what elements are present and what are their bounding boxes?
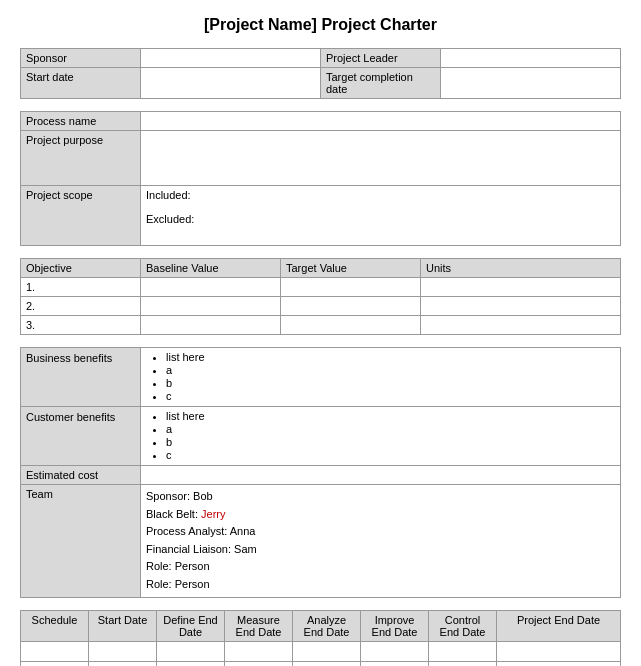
obj-row-1-label: 1. — [21, 278, 141, 297]
obj-row-1-baseline[interactable] — [141, 278, 281, 297]
schedule-row-2-schedule[interactable] — [21, 661, 89, 666]
team-jerry: Jerry — [201, 508, 225, 520]
business-benefits-list: list here a b c — [146, 351, 615, 402]
scope-included: Included: — [146, 189, 615, 201]
obj-row-1-target[interactable] — [281, 278, 421, 297]
list-item: c — [166, 390, 615, 402]
schedule-row-1-schedule[interactable] — [21, 641, 89, 661]
schedule-row-2-start[interactable] — [89, 661, 157, 666]
schedule-row-2-measure[interactable] — [225, 661, 293, 666]
schedule-row-2-analyze[interactable] — [293, 661, 361, 666]
project-scope-value[interactable]: Included: Excluded: — [141, 186, 621, 246]
schedule-row-1-start[interactable] — [89, 641, 157, 661]
project-purpose-label: Project purpose — [21, 131, 141, 186]
col-improve-end: Improve End Date — [361, 610, 429, 641]
obj-row-2-baseline[interactable] — [141, 297, 281, 316]
schedule-row-2-improve[interactable] — [361, 661, 429, 666]
schedule-row-2-define[interactable] — [157, 661, 225, 666]
schedule-row-1-measure[interactable] — [225, 641, 293, 661]
process-name-value[interactable] — [141, 112, 621, 131]
project-leader-value[interactable] — [441, 49, 621, 68]
list-item: a — [166, 423, 615, 435]
customer-benefits-label: Customer benefits — [21, 407, 141, 466]
sponsor-label: Sponsor — [21, 49, 141, 68]
col-schedule: Schedule — [21, 610, 89, 641]
team-label: Team — [21, 485, 141, 598]
obj-row-3-units[interactable] — [421, 316, 621, 335]
list-item: c — [166, 449, 615, 461]
team-value[interactable]: Sponsor: Bob Black Belt: Jerry Process A… — [141, 485, 621, 598]
page-title: [Project Name] Project Charter — [20, 16, 621, 34]
process-name-label: Process name — [21, 112, 141, 131]
header-section: Sponsor Project Leader Start date Target… — [20, 48, 621, 99]
list-item: list here — [166, 351, 615, 363]
sponsor-value[interactable] — [141, 49, 321, 68]
team-content: Sponsor: Bob Black Belt: Jerry Process A… — [146, 488, 615, 594]
obj-row-3-baseline[interactable] — [141, 316, 281, 335]
schedule-row-1-analyze[interactable] — [293, 641, 361, 661]
obj-row-2-target[interactable] — [281, 297, 421, 316]
target-completion-value[interactable] — [441, 68, 621, 99]
list-item: b — [166, 377, 615, 389]
estimated-cost-value[interactable] — [141, 466, 621, 485]
process-section: Process name Project purpose Project sco… — [20, 111, 621, 246]
customer-benefits-list: list here a b c — [146, 410, 615, 461]
col-baseline: Baseline Value — [141, 259, 281, 278]
col-target: Target Value — [281, 259, 421, 278]
list-item: b — [166, 436, 615, 448]
team-financial: Financial Liaison: Sam — [146, 541, 615, 559]
project-leader-label: Project Leader — [321, 49, 441, 68]
col-define-end: Define End Date — [157, 610, 225, 641]
schedule-section: Schedule Start Date Define End Date Meas… — [20, 610, 621, 666]
team-role-2: Role: Person — [146, 576, 615, 594]
col-control-end: Control End Date — [429, 610, 497, 641]
team-analyst: Process Analyst: Anna — [146, 523, 615, 541]
scope-excluded: Excluded: — [146, 213, 615, 225]
benefits-section: Business benefits list here a b c Custom… — [20, 347, 621, 598]
business-benefits-value[interactable]: list here a b c — [141, 348, 621, 407]
business-benefits-label: Business benefits — [21, 348, 141, 407]
team-sponsor: Sponsor: Bob — [146, 488, 615, 506]
col-analyze-end: Analyze End Date — [293, 610, 361, 641]
col-objective: Objective — [21, 259, 141, 278]
project-scope-label: Project scope — [21, 186, 141, 246]
col-start-date: Start Date — [89, 610, 157, 641]
list-item: list here — [166, 410, 615, 422]
obj-row-3-target[interactable] — [281, 316, 421, 335]
obj-row-2-label: 2. — [21, 297, 141, 316]
schedule-row-1-define[interactable] — [157, 641, 225, 661]
obj-row-3-label: 3. — [21, 316, 141, 335]
team-black-belt: Black Belt: Jerry — [146, 506, 615, 524]
schedule-row-1-control[interactable] — [429, 641, 497, 661]
col-project-end: Project End Date — [497, 610, 621, 641]
schedule-row-2-control[interactable] — [429, 661, 497, 666]
start-date-value[interactable] — [141, 68, 321, 99]
obj-row-2-units[interactable] — [421, 297, 621, 316]
col-units: Units — [421, 259, 621, 278]
schedule-row-1-project-end[interactable] — [497, 641, 621, 661]
customer-benefits-value[interactable]: list here a b c — [141, 407, 621, 466]
schedule-row-2-project-end[interactable] — [497, 661, 621, 666]
start-date-label: Start date — [21, 68, 141, 99]
objectives-section: Objective Baseline Value Target Value Un… — [20, 258, 621, 335]
list-item: a — [166, 364, 615, 376]
schedule-row-1-improve[interactable] — [361, 641, 429, 661]
team-role-1: Role: Person — [146, 558, 615, 576]
obj-row-1-units[interactable] — [421, 278, 621, 297]
target-completion-label: Target completion date — [321, 68, 441, 99]
col-measure-end: Measure End Date — [225, 610, 293, 641]
estimated-cost-label: Estimated cost — [21, 466, 141, 485]
project-purpose-value[interactable] — [141, 131, 621, 186]
